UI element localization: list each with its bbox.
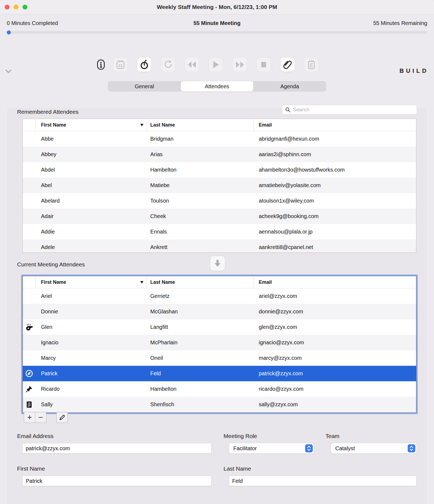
header-email[interactable]: Email	[254, 119, 416, 131]
progress-indicator-dot	[7, 30, 11, 34]
cell-last-name: Ankrett	[147, 240, 254, 253]
tab-general[interactable]: General	[108, 81, 181, 92]
table-row[interactable]: Ignacio McPharlain ignacio@zzyx.com	[23, 335, 416, 350]
cell-first-name: Adele	[36, 240, 147, 253]
cell-email: donnie@zzyx.com	[254, 304, 416, 319]
stepper-icon	[305, 444, 313, 452]
cell-first-name: Abbe	[36, 131, 147, 147]
table-row[interactable]: Marcy Oneil marcy@zzyx.com	[23, 350, 416, 366]
cell-last-name: Feld	[147, 366, 254, 381]
cell-first-name: Donnie	[36, 304, 147, 319]
cell-last-name: McPharlain	[147, 335, 254, 350]
cell-first-name: Adair	[36, 209, 147, 224]
header-last-name[interactable]: Last Name	[147, 119, 254, 131]
row-role-icon-cell	[23, 178, 36, 193]
attendee-actions: + −	[24, 412, 68, 423]
cell-last-name: Toulson	[147, 193, 254, 209]
row-role-icon-cell	[23, 319, 36, 335]
table-row[interactable]: Sally Shenfisch sally@zzyx.com	[23, 397, 416, 412]
compass-icon	[25, 369, 33, 378]
chevron-down-icon[interactable]	[5, 69, 12, 74]
table-row[interactable]: Adair Cheek acheek9g@booking.com	[23, 209, 416, 224]
remove-attendee-button[interactable]: −	[35, 412, 46, 423]
stopwatch-icon	[140, 60, 149, 70]
cell-first-name: Abdel	[36, 162, 147, 178]
timer-button[interactable]	[137, 58, 151, 72]
cell-last-name: Bridgman	[147, 131, 254, 147]
last-name-field[interactable]: Feld	[229, 476, 416, 486]
fast-forward-icon	[235, 61, 244, 68]
toolbar: 31	[97, 58, 318, 72]
header-icon-column	[23, 276, 36, 288]
cell-email: glen@zzyx.com	[254, 319, 416, 335]
header-last-name[interactable]: Last Name	[147, 276, 254, 288]
add-to-meeting-button[interactable]	[210, 256, 225, 271]
cell-first-name: Ariel	[36, 288, 147, 304]
table-row[interactable]: Glen Langfitt glen@zzyx.com	[23, 319, 416, 335]
table-row[interactable]: Donnie McGlashan donnie@zzyx.com	[23, 304, 416, 319]
sort-descending-icon	[140, 124, 143, 126]
add-attendee-button[interactable]: +	[24, 412, 35, 423]
cell-email: amatiebeiv@yolasite.com	[254, 178, 416, 193]
cell-email: aennalsou@plala.or.jp	[254, 224, 416, 240]
stop-button[interactable]	[257, 58, 271, 72]
meeting-progress-bar	[7, 31, 427, 34]
build-brand-label: BUILD	[400, 67, 429, 74]
cell-last-name: Arias	[147, 147, 254, 162]
meeting-role-label: Meeting Role	[224, 433, 257, 439]
table-row[interactable]: Adele Ankrett aankretti8@cpanel.net	[23, 240, 416, 253]
table-row[interactable]: Abel Matiebe amatiebeiv@yolasite.com	[23, 178, 416, 193]
reset-timer-button[interactable]	[161, 58, 175, 72]
note-icon	[25, 401, 33, 408]
notes-button[interactable]	[304, 58, 318, 72]
table-row[interactable]: Addie Ennals aennalsou@plala.or.jp	[23, 224, 416, 240]
cell-last-name: McGlashan	[147, 304, 254, 319]
arrow-down-icon	[214, 259, 221, 267]
row-role-icon-cell	[23, 381, 36, 397]
row-role-icon-cell	[23, 224, 36, 240]
pencil-icon	[59, 414, 65, 421]
cell-first-name: Abel	[36, 178, 147, 193]
calendar-button[interactable]: 31	[113, 58, 127, 72]
attachments-button[interactable]	[280, 58, 295, 72]
cell-first-name: Glen	[36, 319, 147, 335]
first-name-field[interactable]: Patrick	[23, 476, 211, 486]
play-button[interactable]	[209, 58, 223, 72]
last-name-label: Last Name	[224, 465, 251, 472]
cell-last-name: Shenfisch	[147, 397, 254, 412]
fast-forward-button[interactable]	[233, 58, 247, 72]
header-email[interactable]: Email	[254, 276, 416, 288]
current-meeting-attendees-label: Current Meeting Attendees	[17, 261, 85, 268]
table-row[interactable]: Abelard Toulson atoulson1x@wiley.com	[23, 193, 416, 209]
search-input[interactable]: Search	[282, 105, 417, 115]
meeting-role-value: Facilitator	[233, 445, 257, 452]
search-icon	[285, 107, 291, 112]
rewind-button[interactable]	[185, 58, 199, 72]
header-first-name[interactable]: First Name	[36, 119, 147, 131]
row-role-icon-cell	[23, 335, 36, 350]
header-first-name[interactable]: First Name	[36, 276, 147, 288]
table-row[interactable]: Abbe Bridgman abridgmanfi@hexun.com	[23, 131, 416, 147]
table-row[interactable]: Ricardo Hambelton ricardo@zzyx.com	[23, 381, 416, 397]
table-row[interactable]: Patrick Feld patrick@zzyx.com	[23, 366, 416, 381]
email-field[interactable]: patrick@zzyx.com	[23, 443, 211, 453]
table-header: First Name Last Name Email	[23, 119, 416, 131]
tab-attendees[interactable]: Attendees	[181, 81, 253, 92]
cell-last-name: Hambelton	[147, 381, 254, 397]
info-button[interactable]	[97, 58, 105, 72]
paperclip-icon	[283, 60, 292, 70]
team-select[interactable]: Catalyst	[331, 443, 416, 453]
row-role-icon-cell	[23, 288, 36, 304]
cell-first-name: Ignacio	[36, 335, 147, 350]
row-role-icon-cell	[23, 209, 36, 224]
cell-email: patrick@zzyx.com	[254, 366, 416, 381]
edit-attendee-button[interactable]	[56, 412, 68, 423]
meeting-role-select[interactable]: Facilitator	[229, 443, 314, 453]
header-icon-column	[23, 119, 36, 131]
row-role-icon-cell	[23, 397, 36, 412]
table-row[interactable]: Abdel Hambelton ahambelton3o@howstuffwor…	[23, 162, 416, 178]
tab-agenda[interactable]: Agenda	[253, 81, 326, 92]
table-row[interactable]: Abbey Arias aarias2i@sphinn.com	[23, 147, 416, 162]
minutes-remaining-label: 55 Minutes Remaining	[373, 20, 427, 26]
table-row[interactable]: Ariel Gerrietz ariel@zzyx.com	[23, 288, 416, 304]
